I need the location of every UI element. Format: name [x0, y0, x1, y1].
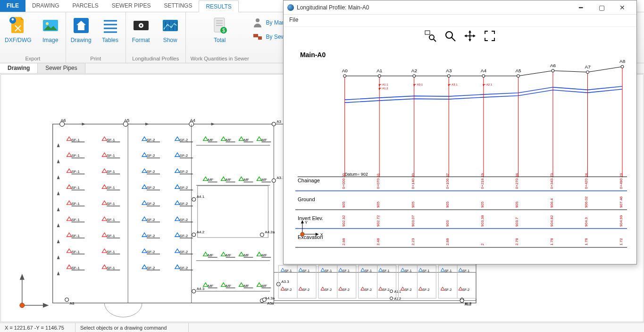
svg-text:SF-1: SF-1: [302, 269, 309, 272]
svg-text:A2.1: A2.1: [486, 83, 493, 86]
svg-text:SF-1: SF-1: [444, 269, 452, 272]
svg-text:SF-2: SF-2: [180, 186, 188, 190]
window-minimize-button[interactable]: ━: [570, 0, 591, 15]
svg-text:MF: MF: [208, 253, 214, 257]
window-close-button[interactable]: ✕: [612, 0, 633, 15]
ribbon-tab-sewerpipes[interactable]: SEWER PIPES: [105, 0, 158, 12]
svg-text:SF-1: SF-1: [284, 269, 292, 272]
zoom-window-icon[interactable]: [424, 30, 436, 42]
svg-text:A1.1: A1.1: [394, 290, 401, 293]
profile-chart[interactable]: Main-A0 A0A1A2A3A4A5A6A7A8A1.1A1.2A3.1A3…: [284, 45, 636, 264]
svg-text:A4.1: A4.1: [197, 195, 205, 199]
person-icon: [252, 17, 263, 28]
svg-text:904.99: 904.99: [619, 215, 623, 227]
svg-text:SF-2: SF-2: [147, 250, 155, 254]
svg-point-204: [343, 75, 346, 77]
ribbon-tab-results[interactable]: RESULTS: [199, 0, 238, 12]
svg-text:SF-1: SF-1: [72, 170, 80, 174]
svg-rect-195: [425, 31, 430, 34]
svg-point-134: [272, 122, 276, 126]
svg-text:Chainage: Chainage: [298, 178, 320, 183]
svg-text:SF-1: SF-1: [365, 269, 372, 272]
svg-text:MF: MF: [226, 178, 232, 182]
svg-text:SF-2: SF-2: [422, 288, 429, 291]
svg-text:MF: MF: [208, 284, 214, 288]
svg-text:SF-1: SF-1: [107, 218, 115, 222]
window-maximize-button[interactable]: ▢: [591, 0, 612, 15]
svg-text:SF-1: SF-1: [462, 269, 469, 272]
format-icon: [131, 15, 151, 36]
svg-text:SF-2: SF-2: [383, 288, 390, 291]
doc-tab-sewerpipes[interactable]: Sewer Pipes: [38, 63, 85, 73]
svg-text:SF-1: SF-1: [72, 218, 80, 222]
svg-text:SF-2: SF-2: [147, 153, 155, 158]
svg-text:SF-1: SF-1: [72, 202, 80, 206]
ribbon-group-quant-label: Work Quantities in Sewer: [191, 55, 249, 62]
ribbon-tab-file[interactable]: FILE: [0, 0, 25, 12]
status-bar: X = 1221.67 -Y = 1146.75 Select objects …: [0, 323, 644, 332]
svg-text:0+000.00: 0+000.00: [342, 173, 346, 189]
svg-text:SF-1: SF-1: [72, 250, 80, 254]
quant-by-manhole-label: By Man: [266, 19, 285, 26]
print-tables-button[interactable]: Tables: [100, 15, 121, 43]
svg-text:MF: MF: [226, 138, 232, 142]
pan-icon[interactable]: [464, 30, 476, 42]
svg-text:SF-1: SF-1: [72, 186, 80, 190]
svg-text:SF-1: SF-1: [107, 250, 115, 254]
ribbon-tab-parcels[interactable]: PARCELS: [66, 0, 105, 12]
svg-text:SF-2: SF-2: [365, 288, 372, 291]
svg-text:MF: MF: [208, 178, 214, 182]
profile-format-button[interactable]: Format: [131, 15, 151, 43]
svg-text:A7: A7: [585, 64, 591, 69]
print-drawing-button[interactable]: Drawing: [71, 15, 92, 43]
svg-text:1.72: 1.72: [619, 238, 623, 246]
svg-point-207: [378, 75, 381, 77]
svg-text:2.23: 2.23: [411, 238, 415, 246]
profile-window[interactable]: Longitudinal Profile: Main-A0 ━ ▢ ✕ File…: [283, 0, 637, 264]
svg-line-199: [452, 37, 455, 41]
svg-text:SF-1: SF-1: [343, 269, 350, 272]
svg-text:907.46: 907.46: [619, 196, 623, 208]
svg-text:904.3: 904.3: [584, 217, 588, 227]
svg-text:SF-1: SF-1: [325, 269, 332, 272]
svg-text:0+420.24: 0+420.24: [584, 173, 588, 189]
doc-tab-drawing[interactable]: Drawing: [0, 63, 38, 73]
pipe-icon: [252, 31, 263, 43]
export-image-button[interactable]: Image: [40, 15, 61, 43]
svg-text:SF-2: SF-2: [325, 288, 332, 291]
svg-text:902.72: 902.72: [376, 215, 380, 227]
svg-text:Datum= 902: Datum= 902: [345, 172, 368, 177]
profile-menu-file[interactable]: File: [289, 17, 298, 23]
svg-text:MF: MF: [243, 253, 249, 257]
print-tables-label: Tables: [102, 37, 118, 43]
svg-text:MF: MF: [243, 138, 249, 142]
svg-point-24: [20, 303, 25, 308]
ribbon-tab-drawing[interactable]: DRAWING: [25, 0, 66, 12]
profile-titlebar[interactable]: Longitudinal Profile: Main-A0 ━ ▢ ✕: [284, 0, 636, 15]
svg-point-136: [272, 179, 276, 182]
zoom-icon[interactable]: [444, 30, 456, 42]
svg-text:A4.3: A4.3: [197, 287, 205, 291]
svg-point-152: [262, 298, 266, 302]
profile-show-label: Show: [163, 37, 177, 43]
status-coords: X = 1221.67 -Y = 1146.75: [0, 323, 75, 332]
svg-text:SF-2: SF-2: [147, 186, 155, 190]
svg-text:SF-1: SF-1: [107, 186, 115, 190]
svg-text:MF: MF: [261, 284, 267, 288]
svg-text:A3.3: A3.3: [281, 280, 289, 284]
ribbon-tab-settings[interactable]: SETTINGS: [157, 0, 199, 12]
svg-text:903: 903: [445, 220, 450, 227]
export-dxf-button[interactable]: DXF/DWG: [5, 15, 32, 43]
svg-point-191: [390, 290, 393, 293]
svg-text:A6: A6: [61, 118, 66, 123]
ribbon-group-quantities: $ Total Work Quantities in Sewer By Man …: [186, 12, 293, 63]
svg-point-290: [301, 232, 304, 236]
zoom-extents-icon[interactable]: [484, 30, 496, 42]
svg-text:A4: A4: [190, 118, 195, 123]
quantities-total-button[interactable]: $ Total: [209, 15, 230, 43]
profile-show-button[interactable]: Show: [160, 15, 181, 43]
print-drawing-label: Drawing: [71, 37, 92, 43]
profile-toolbar: [284, 27, 636, 45]
svg-point-11: [256, 18, 259, 22]
svg-text:905: 905: [376, 201, 380, 208]
